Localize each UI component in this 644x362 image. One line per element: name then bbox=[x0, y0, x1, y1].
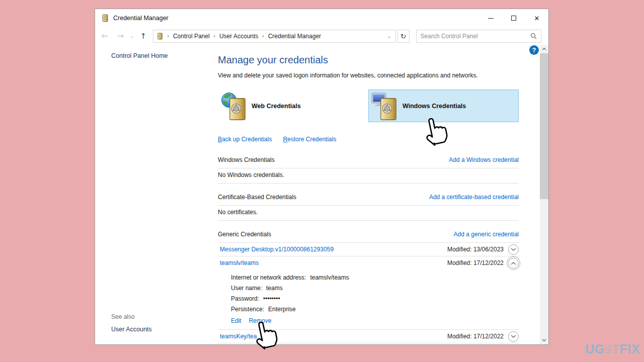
breadcrumb-credential-manager[interactable]: Credential Manager bbox=[268, 33, 321, 40]
web-credentials-label: Web Credentials bbox=[252, 103, 301, 110]
close-button[interactable]: ✕ bbox=[525, 9, 548, 27]
maximize-icon bbox=[511, 16, 516, 21]
detail-username: User name:teams bbox=[231, 283, 519, 294]
edit-link[interactable]: Edit bbox=[231, 317, 242, 324]
credential-row-messenger[interactable]: Messenger Desktop.v1/100000861293059 Mod… bbox=[218, 243, 519, 256]
credential-row-teamslv[interactable]: teamslv/teams Modified: 17/12/2022 bbox=[218, 256, 519, 269]
search-icon[interactable] bbox=[530, 33, 537, 39]
detail-address: Internet or network address:teamslv/team… bbox=[231, 273, 519, 283]
see-also-group: See also User Accounts bbox=[111, 313, 152, 333]
breadcrumb-separator: › bbox=[168, 33, 169, 39]
no-certificates-text: No certificates. bbox=[218, 206, 519, 220]
credential-name[interactable]: teamslv/teams bbox=[220, 259, 259, 266]
add-windows-credential-link[interactable]: Add a Windows credential bbox=[449, 156, 519, 163]
detail-persistence: Persistence:Enterprise bbox=[231, 304, 519, 315]
watermark-part: FIX bbox=[620, 342, 640, 356]
credential-meta: Modified: 17/12/2022 bbox=[447, 258, 519, 268]
add-certificate-credential-link[interactable]: Add a certificate-based credential bbox=[429, 194, 519, 201]
address-bar[interactable]: › Control Panel › User Accounts › Creden… bbox=[153, 30, 396, 43]
scroll-up-icon bbox=[542, 48, 546, 50]
detail-value: teamslv/teams bbox=[310, 274, 349, 281]
see-also-label: See also bbox=[111, 313, 152, 320]
detail-value: Enterprise bbox=[268, 306, 296, 313]
chevron-down-icon bbox=[511, 335, 516, 338]
certificate-credentials-section-header: Certificate-Based Credentials Add a cert… bbox=[218, 194, 519, 205]
credential-name[interactable]: Messenger Desktop.v1/100000861293059 bbox=[220, 246, 334, 253]
sidebar-item-user-accounts[interactable]: User Accounts bbox=[111, 326, 152, 333]
windows-credentials-icon bbox=[371, 92, 397, 121]
backup-credentials-link[interactable]: Back up Credentials bbox=[218, 136, 272, 143]
detail-value: •••••••• bbox=[263, 295, 280, 302]
detail-label: User name: bbox=[231, 285, 262, 292]
restore-credentials-link[interactable]: Restore Credentials bbox=[283, 136, 336, 143]
desktop: { "window": { "title": "Credential Manag… bbox=[0, 0, 644, 362]
detail-password: Password:•••••••• bbox=[231, 294, 519, 304]
scroll-down-button[interactable] bbox=[540, 336, 548, 344]
vertical-scrollbar[interactable] bbox=[540, 45, 548, 344]
window-title: Credential Manager bbox=[113, 15, 169, 22]
divider bbox=[218, 183, 519, 184]
breadcrumb-separator: › bbox=[214, 33, 215, 39]
up-icon[interactable]: ↑ bbox=[140, 32, 147, 41]
scrollbar-thumb[interactable] bbox=[540, 53, 548, 199]
add-generic-credential-link[interactable]: Add a generic credential bbox=[454, 231, 519, 238]
credential-manager-window: Credential Manager ✕ ← → ⌄ ↑ › Control P… bbox=[95, 9, 549, 345]
section-title: Windows Credentials bbox=[218, 156, 275, 163]
search-box bbox=[416, 30, 541, 43]
breadcrumb-separator: › bbox=[262, 33, 264, 39]
web-credentials-icon bbox=[220, 92, 247, 121]
app-safe-icon bbox=[101, 14, 109, 22]
navigation-toolbar: ← → ⌄ ↑ › Control Panel › User Accounts … bbox=[95, 27, 548, 45]
window-controls: ✕ bbox=[479, 9, 548, 27]
modified-date: Modified: 17/12/2022 bbox=[447, 259, 504, 266]
windows-credentials-section-header: Windows Credentials Add a Windows creden… bbox=[218, 156, 519, 168]
web-credentials-tile[interactable]: Web Credentials bbox=[218, 89, 368, 122]
credential-details: Internet or network address:teamslv/team… bbox=[218, 269, 519, 315]
refresh-icon: ↻ bbox=[400, 32, 407, 40]
credential-categories: Web Credentials Windows Credentials bbox=[218, 89, 519, 122]
expand-button[interactable] bbox=[508, 244, 519, 255]
minimize-button[interactable] bbox=[479, 9, 502, 27]
collapse-button[interactable] bbox=[508, 258, 519, 268]
credential-meta bbox=[508, 345, 519, 345]
address-safe-icon bbox=[156, 33, 164, 40]
detail-label: Internet or network address: bbox=[231, 274, 306, 281]
breadcrumb-user-accounts[interactable]: User Accounts bbox=[219, 33, 258, 40]
section-title: Certificate-Based Credentials bbox=[218, 194, 296, 201]
breadcrumb-control-panel[interactable]: Control Panel bbox=[173, 33, 210, 40]
chevron-down-icon bbox=[511, 248, 516, 251]
main-content: Manage your credentials View and delete … bbox=[214, 45, 540, 344]
scroll-down-icon bbox=[542, 339, 546, 341]
section-title: Generic Credentials bbox=[218, 231, 271, 238]
backup-restore-row: Back up Credentials Restore Credentials bbox=[218, 136, 519, 143]
expand-button[interactable] bbox=[508, 331, 519, 342]
ugetfix-watermark: UG≤TFIX bbox=[585, 342, 640, 356]
chevron-up-icon bbox=[511, 261, 516, 265]
history-dropdown-icon[interactable]: ⌄ bbox=[130, 34, 134, 39]
detail-label: Password: bbox=[231, 295, 259, 302]
generic-credentials-section-header: Generic Credentials Add a generic creden… bbox=[218, 231, 519, 242]
sidebar: Control Panel Home See also User Account… bbox=[95, 45, 214, 344]
page-description: View and delete your saved logon informa… bbox=[218, 72, 519, 79]
detail-value: teams bbox=[266, 285, 283, 292]
maximize-button[interactable] bbox=[502, 9, 525, 27]
divider bbox=[218, 220, 519, 221]
forward-icon[interactable]: → bbox=[117, 31, 125, 41]
close-icon: ✕ bbox=[534, 15, 540, 22]
scroll-up-button[interactable] bbox=[540, 45, 548, 53]
refresh-button[interactable]: ↻ bbox=[397, 30, 410, 43]
credential-meta: Modified: 17/12/2022 bbox=[447, 331, 519, 342]
no-windows-credentials-text: No Windows credentials. bbox=[218, 168, 519, 183]
minimize-icon bbox=[488, 18, 494, 19]
windows-credentials-label: Windows Credentials bbox=[403, 103, 466, 110]
credential-meta: Modified: 13/06/2023 bbox=[447, 244, 519, 255]
sidebar-item-control-panel-home[interactable]: Control Panel Home bbox=[111, 52, 168, 59]
address-dropdown-icon[interactable]: ⌄ bbox=[385, 34, 394, 39]
watermark-part: UG bbox=[585, 342, 605, 356]
expand-button[interactable] bbox=[508, 345, 519, 345]
back-icon[interactable]: ← bbox=[101, 31, 109, 41]
search-input[interactable] bbox=[421, 33, 530, 40]
titlebar[interactable]: Credential Manager ✕ bbox=[95, 9, 548, 27]
detail-label: Persistence: bbox=[231, 306, 264, 313]
modified-date: Modified: 13/06/2023 bbox=[447, 246, 504, 253]
